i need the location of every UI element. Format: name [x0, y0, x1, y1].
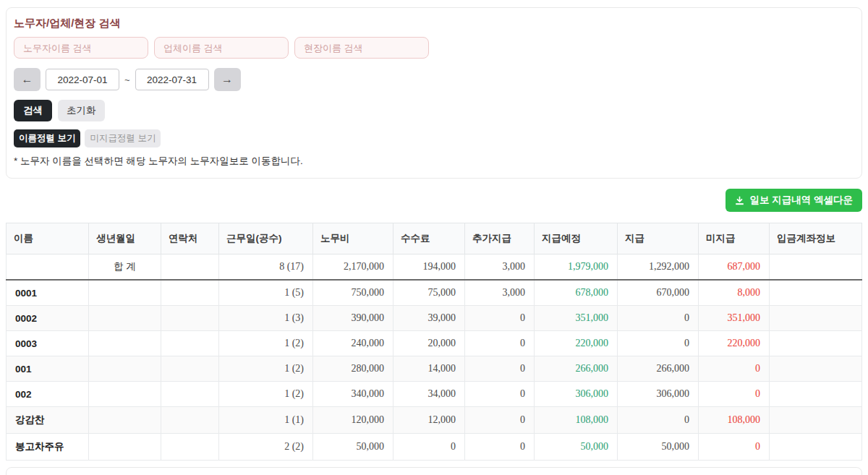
cell-account	[770, 382, 862, 407]
col-header-contact: 연락처	[161, 223, 219, 254]
col-header-extra: 추가지급	[465, 223, 535, 254]
prev-period-button[interactable]: ←	[14, 68, 41, 91]
cell-unpaid: 220,000	[699, 331, 770, 356]
worker-row: 강감찬1 (1)120,00012,0000108,0000108,000	[7, 407, 862, 434]
table-header: 이름생년월일연락처근무일(공수)노무비수수료추가지급지급예정지급미지급입금계좌정…	[7, 223, 862, 254]
search-inputs-row	[14, 37, 854, 59]
cell-birth	[89, 280, 161, 306]
cell-labor: 280,000	[313, 356, 393, 382]
tip-box: 일보입금내역 사용 Tip	[6, 467, 862, 475]
cell-expected: 306,000	[535, 382, 618, 407]
cell-contact	[161, 306, 219, 331]
next-period-button[interactable]: →	[214, 68, 241, 91]
cell-name[interactable]: 001	[7, 356, 89, 382]
search-button[interactable]: 검색	[14, 100, 52, 121]
cell-days: 1 (3)	[219, 306, 313, 331]
cell-fee: 0	[393, 434, 465, 461]
cell-unpaid: 0	[699, 434, 770, 461]
worker-row: 0011 (2)280,00014,0000266,000266,0000	[7, 356, 862, 382]
total-cell-account	[770, 254, 862, 281]
cell-contact	[161, 280, 219, 306]
cell-fee: 34,000	[393, 382, 465, 407]
cell-extra: 0	[465, 306, 535, 331]
cell-contact	[161, 382, 219, 407]
cell-account	[770, 331, 862, 356]
cell-labor: 240,000	[313, 331, 393, 356]
col-header-expected: 지급예정	[535, 223, 618, 254]
date-separator: ~	[124, 74, 130, 85]
cell-extra: 0	[465, 382, 535, 407]
col-header-paid: 지급	[618, 223, 699, 254]
col-header-days: 근무일(공수)	[219, 223, 313, 254]
cell-expected: 50,000	[535, 434, 618, 461]
reset-button[interactable]: 초기화	[58, 100, 105, 121]
worker-row: 봉고차주유2 (2)50,0000050,00050,0000	[7, 434, 862, 461]
excel-download-button[interactable]: 일보 지급내역 엑셀다운	[726, 189, 862, 212]
cell-labor: 50,000	[313, 434, 393, 461]
cell-days: 1 (2)	[219, 356, 313, 382]
sort-by-unpaid-toggle[interactable]: 미지급정렬 보기	[85, 129, 161, 147]
cell-birth	[89, 331, 161, 356]
cell-contact	[161, 407, 219, 434]
cell-fee: 14,000	[393, 356, 465, 382]
cell-expected: 220,000	[535, 331, 618, 356]
total-cell-contact	[161, 254, 219, 281]
cell-days: 2 (2)	[219, 434, 313, 461]
cell-name[interactable]: 0003	[7, 331, 89, 356]
cell-name[interactable]: 강감찬	[7, 407, 89, 434]
total-cell-expected: 1,979,000	[535, 254, 618, 281]
search-panel-title: 노무자/업체/현장 검색	[14, 17, 854, 30]
cell-account	[770, 306, 862, 331]
cell-extra: 0	[465, 407, 535, 434]
cell-unpaid: 108,000	[699, 407, 770, 434]
col-header-fee: 수수료	[393, 223, 465, 254]
total-cell-days: 8 (17)	[219, 254, 313, 281]
cell-paid: 306,000	[618, 382, 699, 407]
cell-fee: 75,000	[393, 280, 465, 306]
worker-row: 00011 (5)750,00075,0003,000678,000670,00…	[7, 280, 862, 306]
worker-row: 00031 (2)240,00020,0000220,0000220,000	[7, 331, 862, 356]
total-cell-unpaid: 687,000	[699, 254, 770, 281]
total-cell-extra: 3,000	[465, 254, 535, 281]
company-name-search-input[interactable]	[154, 37, 289, 59]
cell-name[interactable]: 0001	[7, 280, 89, 306]
cell-birth	[89, 382, 161, 407]
cell-birth	[89, 434, 161, 461]
sort-toggle-row: 이름정렬 보기 미지급정렬 보기	[14, 129, 854, 147]
date-range-row: ← ~ →	[14, 68, 854, 91]
cell-paid: 50,000	[618, 434, 699, 461]
cell-contact	[161, 331, 219, 356]
date-to-input[interactable]	[135, 69, 209, 90]
cell-account	[770, 434, 862, 461]
total-cell-name	[7, 254, 89, 281]
cell-fee: 12,000	[393, 407, 465, 434]
cell-birth	[89, 356, 161, 382]
cell-extra: 0	[465, 331, 535, 356]
cell-paid: 0	[618, 306, 699, 331]
cell-name[interactable]: 002	[7, 382, 89, 407]
cell-name[interactable]: 봉고차주유	[7, 434, 89, 461]
cell-account	[770, 280, 862, 306]
date-from-input[interactable]	[46, 69, 119, 90]
col-header-labor: 노무비	[313, 223, 393, 254]
site-name-search-input[interactable]	[294, 37, 429, 59]
arrow-right-icon: →	[221, 73, 233, 85]
download-icon	[735, 196, 744, 205]
cell-unpaid: 8,000	[699, 280, 770, 306]
cell-paid: 670,000	[618, 280, 699, 306]
cell-labor: 750,000	[313, 280, 393, 306]
cell-expected: 108,000	[535, 407, 618, 434]
cell-unpaid: 0	[699, 382, 770, 407]
cell-account	[770, 356, 862, 382]
cell-unpaid: 0	[699, 356, 770, 382]
cell-extra: 0	[465, 434, 535, 461]
cell-labor: 120,000	[313, 407, 393, 434]
excel-download-label: 일보 지급내역 엑셀다운	[749, 194, 853, 207]
payroll-table: 이름생년월일연락처근무일(공수)노무비수수료추가지급지급예정지급미지급입금계좌정…	[6, 223, 862, 461]
worker-name-search-input[interactable]	[14, 37, 148, 59]
cell-name[interactable]: 0002	[7, 306, 89, 331]
sort-by-name-toggle[interactable]: 이름정렬 보기	[14, 129, 80, 147]
cell-account	[770, 407, 862, 434]
cell-contact	[161, 434, 219, 461]
cell-expected: 678,000	[535, 280, 618, 306]
